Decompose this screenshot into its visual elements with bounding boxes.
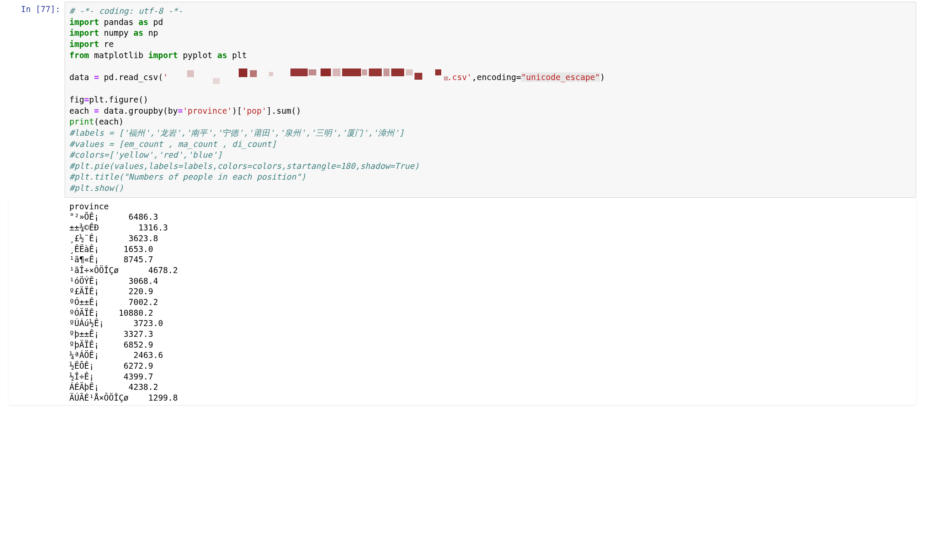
output-row: ºÚÁú½Ê¡ 3723.0 xyxy=(69,318,899,329)
prompt-label: In [77]: xyxy=(21,4,60,14)
output-row: ºÓ±±Ê¡ 7002.2 xyxy=(69,297,899,308)
code-line-3: import numpy as np xyxy=(69,28,911,39)
output-row: ½ËÕÊ¡ 6272.9 xyxy=(69,361,899,371)
output-row: ÄÚÃÉ¹Å×ÔÖÎÇø 1299.8 xyxy=(69,392,899,403)
code-input-area[interactable]: # -*- coding: utf-8 -*- import pandas as… xyxy=(65,2,916,198)
code-cell: In [77]: # -*- coding: utf-8 -*- import … xyxy=(0,0,929,198)
output-row: ºþ±±Ê¡ 3327.3 xyxy=(69,329,899,339)
code-line-2: import pandas as pd xyxy=(69,17,911,28)
output-cell: province °²»ÕÊ¡ 6486.3±±¾©ÊÐ 1316.3¸£½¨Ê… xyxy=(9,199,916,403)
notebook-container: In [77]: # -*- coding: utf-8 -*- import … xyxy=(0,0,929,405)
code-line-blank-1 xyxy=(69,61,911,72)
output-wrapper: province °²»ÕÊ¡ 6486.3±±¾©ÊÐ 1316.3¸£½¨Ê… xyxy=(9,198,916,405)
code-line-4: import re xyxy=(69,39,911,50)
output-row: ¼ªÁÖÊ¡ 2463.6 xyxy=(69,350,899,361)
code-line-6: data = pd.read_csv(' .csv',encod xyxy=(69,72,911,84)
output-row: ÁÉÄþÊ¡ 4238.2 xyxy=(69,382,899,392)
output-row: ½Î÷Ê¡ 4399.7 xyxy=(69,371,899,382)
code-line-1: # -*- coding: utf-8 -*- xyxy=(69,6,911,17)
redacted-filename xyxy=(170,72,446,83)
output-row: ºþÄÏÊ¡ 6852.9 xyxy=(69,339,899,350)
input-prompt: In [77]: xyxy=(0,0,65,198)
output-row: ºÓÄÏÊ¡ 10880.2 xyxy=(69,308,899,318)
output-prompt xyxy=(9,199,65,403)
code-line-5: from matplotlib import pyplot as plt xyxy=(69,50,911,61)
